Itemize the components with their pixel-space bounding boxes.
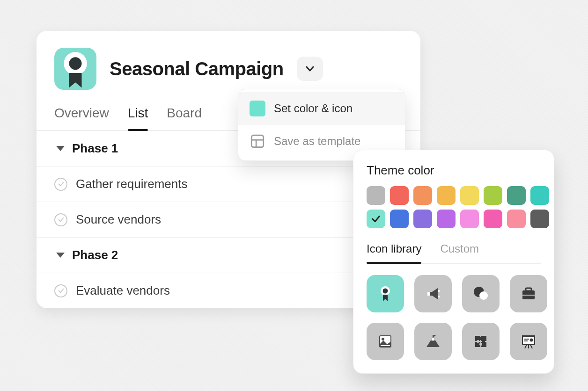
color-swatch[interactable] [460,186,479,205]
project-header: Seasonal Campaign [37,31,420,98]
badge-icon [54,48,96,90]
color-swatch[interactable] [390,210,409,228]
project-menu-toggle[interactable] [297,57,323,81]
svg-rect-7 [427,292,430,296]
svg-point-11 [479,291,488,300]
menu-item-label: Save as template [274,135,360,148]
color-swatch[interactable] [413,186,432,205]
icon-option-mountain[interactable] [414,323,452,360]
color-swatch[interactable] [484,210,502,228]
tab-overview[interactable]: Overview [54,101,109,130]
svg-rect-14 [522,295,535,296]
briefcase-icon [519,284,538,303]
puzzle-icon [471,332,490,351]
menu-item-label: Set color & icon [274,102,353,115]
color-swatch[interactable] [390,186,409,205]
svg-point-6 [383,289,388,294]
chevron-down-icon [304,63,316,74]
caret-down-icon [56,253,65,258]
icon-option-briefcase[interactable] [510,275,547,312]
tab-board[interactable]: Board [167,101,202,130]
svg-point-26 [479,343,482,346]
svg-point-25 [482,340,485,343]
svg-point-17 [382,338,384,340]
project-icon-badge[interactable] [54,48,96,90]
color-swatch-grid [367,186,541,228]
section-title: Phase 1 [72,141,118,156]
caret-down-icon [56,146,65,151]
svg-point-1 [69,57,82,70]
color-swatch[interactable] [530,210,549,228]
color-icon-picker: Theme color Icon library Custom [353,150,554,374]
color-swatch[interactable] [507,210,526,228]
color-swatch[interactable] [507,186,526,205]
color-swatch[interactable] [460,210,479,228]
color-swatch[interactable] [437,186,456,205]
image-icon [376,332,395,351]
template-icon [250,133,265,149]
badge-icon [376,284,395,303]
icon-option-badge[interactable] [367,275,404,312]
icon-option-megaphone[interactable] [414,275,452,312]
svg-rect-28 [522,335,535,337]
task-title: Source vendors [76,212,161,227]
check-circle-icon[interactable] [54,213,67,226]
svg-rect-29 [524,339,529,340]
menu-item-set-color-icon[interactable]: Set color & icon [238,92,405,125]
megaphone-icon [424,284,442,303]
icon-option-puzzle[interactable] [462,323,500,360]
presentation-icon [519,332,538,351]
task-title: Gather requirements [76,177,187,191]
project-title: Seasonal Campaign [110,58,284,80]
svg-point-31 [530,339,533,342]
color-swatch-icon [250,101,265,116]
color-swatch[interactable] [437,210,456,228]
svg-rect-2 [251,135,264,147]
icon-option-presentation[interactable] [510,323,547,360]
check-circle-icon[interactable] [54,284,67,297]
picker-tab-icon-library[interactable]: Icon library [367,242,421,263]
svg-rect-18 [381,345,390,346]
section-title: Phase 2 [72,248,118,262]
mountain-icon [424,332,442,351]
svg-rect-19 [433,335,434,338]
color-swatch[interactable] [530,186,549,205]
svg-rect-13 [526,288,531,291]
theme-color-heading: Theme color [367,163,541,178]
svg-point-23 [479,337,482,340]
picker-tabs: Icon library Custom [367,242,541,264]
chat-icon [471,284,490,303]
svg-rect-30 [524,340,528,341]
color-swatch[interactable] [413,210,432,228]
picker-tab-custom[interactable]: Custom [440,242,479,263]
check-circle-icon[interactable] [54,178,67,191]
svg-rect-8 [438,290,440,292]
color-swatch[interactable] [484,186,502,205]
task-title: Evaluate vendors [76,283,170,298]
color-swatch[interactable] [367,210,385,228]
icon-option-image[interactable] [367,323,404,360]
icon-library-grid [367,275,541,369]
icon-option-chat[interactable] [462,275,500,312]
svg-point-24 [477,340,479,343]
svg-rect-9 [438,296,440,297]
check-icon [371,214,381,224]
color-swatch[interactable] [367,186,385,205]
tab-list[interactable]: List [128,101,148,130]
